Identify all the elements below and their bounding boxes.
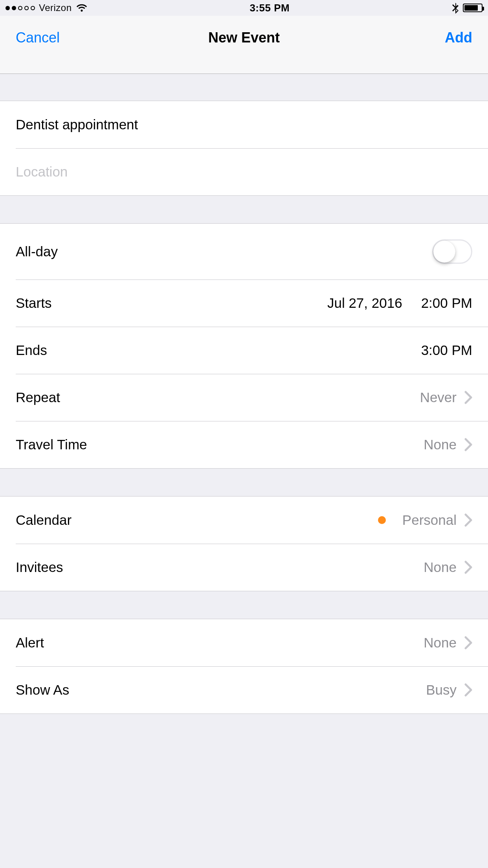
all-day-row: All-day <box>0 224 488 280</box>
repeat-row[interactable]: Repeat Never <box>0 374 488 421</box>
calendar-row[interactable]: Calendar Personal <box>0 497 488 544</box>
status-left: Verizon <box>6 2 88 13</box>
cancel-button[interactable]: Cancel <box>16 29 60 46</box>
travel-time-label: Travel Time <box>16 437 87 452</box>
all-day-toggle[interactable] <box>432 239 472 264</box>
show-as-value: Busy <box>426 682 457 698</box>
show-as-label: Show As <box>16 682 69 698</box>
event-title-cell[interactable] <box>0 101 488 148</box>
status-time: 3:55 PM <box>250 2 290 14</box>
repeat-label: Repeat <box>16 390 60 405</box>
status-bar: Verizon 3:55 PM <box>0 0 488 16</box>
signal-strength-icon <box>6 6 35 10</box>
chevron-right-icon <box>464 391 472 404</box>
alert-label: Alert <box>16 635 44 651</box>
alert-group: Alert None Show As Busy <box>0 619 488 714</box>
wifi-icon <box>76 3 88 13</box>
chevron-right-icon <box>464 513 472 527</box>
ends-time-value: 3:00 PM <box>421 342 472 358</box>
bluetooth-icon <box>452 2 459 14</box>
chevron-right-icon <box>464 438 472 451</box>
event-title-input[interactable] <box>16 117 472 132</box>
calendar-color-dot <box>378 516 386 524</box>
chevron-right-icon <box>464 683 472 697</box>
calendar-value: Personal <box>402 512 457 528</box>
time-group: All-day Starts Jul 27, 2016 2:00 PM Ends… <box>0 223 488 469</box>
event-location-cell[interactable] <box>0 148 488 195</box>
ends-label: Ends <box>16 342 47 358</box>
invitees-row[interactable]: Invitees None <box>0 544 488 591</box>
invitees-label: Invitees <box>16 559 63 575</box>
nav-bar: Cancel New Event Add <box>0 16 488 74</box>
invitees-value: None <box>424 559 457 575</box>
starts-label: Starts <box>16 295 51 311</box>
calendar-label: Calendar <box>16 512 72 528</box>
starts-row[interactable]: Starts Jul 27, 2016 2:00 PM <box>0 280 488 327</box>
status-right <box>452 2 482 14</box>
starts-time-value: 2:00 PM <box>421 295 472 311</box>
alert-row[interactable]: Alert None <box>0 619 488 666</box>
starts-date-value: Jul 27, 2016 <box>327 295 402 311</box>
all-day-label: All-day <box>16 244 58 259</box>
add-button[interactable]: Add <box>445 29 472 46</box>
chevron-right-icon <box>464 636 472 649</box>
show-as-row[interactable]: Show As Busy <box>0 666 488 714</box>
title-location-group <box>0 101 488 196</box>
chevron-right-icon <box>464 561 472 574</box>
battery-icon <box>463 4 482 12</box>
travel-time-value: None <box>424 437 457 452</box>
travel-time-row[interactable]: Travel Time None <box>0 421 488 468</box>
carrier-label: Verizon <box>39 2 72 13</box>
calendar-group: Calendar Personal Invitees None <box>0 496 488 591</box>
page-title: New Event <box>208 29 280 46</box>
alert-value: None <box>424 635 457 651</box>
ends-row[interactable]: Ends 3:00 PM <box>0 327 488 374</box>
event-location-input[interactable] <box>16 164 472 180</box>
repeat-value: Never <box>420 390 457 405</box>
